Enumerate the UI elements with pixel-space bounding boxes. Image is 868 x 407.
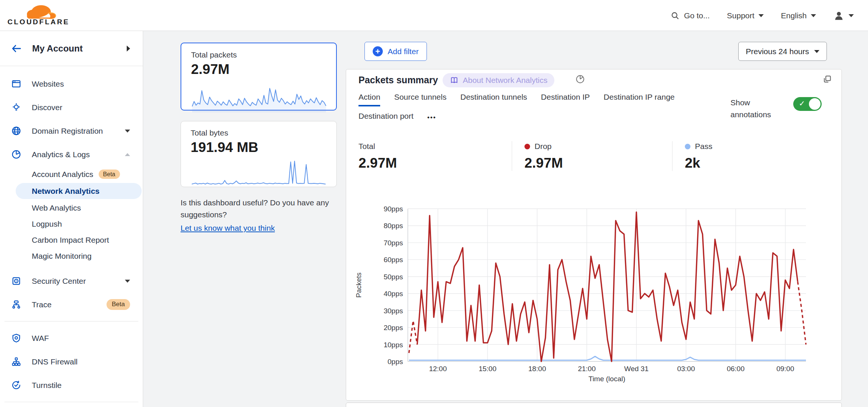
tab-source-tunnels[interactable]: Source tunnels <box>394 93 446 106</box>
sidebar-item-websites[interactable]: Websites <box>0 72 143 96</box>
card-value: 2.97M <box>191 62 326 77</box>
stat-pass: Pass 2k <box>672 141 834 171</box>
add-filter-button[interactable]: + Add filter <box>364 42 427 61</box>
sidebar-item-analytics-logs[interactable]: Analytics & Logs <box>0 143 143 166</box>
support-label: Support <box>727 11 755 20</box>
beta-badge: Beta <box>107 299 130 310</box>
sidebar-item-turnstile[interactable]: Turnstile <box>0 373 143 397</box>
sidebar-item-waf[interactable]: WAF <box>0 326 143 350</box>
sidebar-item-label: Network Analytics <box>32 187 99 196</box>
pie-chart-icon[interactable] <box>575 74 585 84</box>
about-network-analytics-badge[interactable]: About Network Analytics <box>443 73 554 87</box>
sidebar-subitem-account-analytics[interactable]: Account Analytics Beta <box>0 166 143 182</box>
svg-text:21:00: 21:00 <box>578 365 596 373</box>
sidebar-item-domain-registration[interactable]: Domain Registration <box>0 119 143 143</box>
sidebar-subitem-logpush[interactable]: Logpush <box>0 216 143 232</box>
language-menu[interactable]: English <box>781 11 816 20</box>
stat-total: Total 2.97M <box>358 141 512 171</box>
search-icon <box>670 11 680 21</box>
tab-destination-ip-range[interactable]: Destination IP range <box>604 93 675 106</box>
cloudflare-cloud-icon <box>7 2 70 19</box>
go-to-label: Go to... <box>684 11 710 20</box>
drop-legend-dot <box>524 144 530 149</box>
plus-icon: + <box>373 46 383 56</box>
sidebar-subitem-magic-monitoring[interactable]: Magic Monitoring <box>0 248 143 264</box>
sidebar-item-label: Logpush <box>32 220 62 229</box>
tab-destination-port[interactable]: Destination port <box>358 112 413 125</box>
top-navbar: CLOUDFLARE Go to... Support English <box>0 0 868 31</box>
sidebar-account-header[interactable]: My Account <box>0 31 143 66</box>
tab-destination-ip[interactable]: Destination IP <box>541 93 590 106</box>
feedback-link[interactable]: Let us know what you think <box>181 222 275 234</box>
next-panel-top-edge <box>346 403 842 407</box>
trace-icon <box>11 299 21 310</box>
svg-text:90pps: 90pps <box>384 205 403 213</box>
stat-value: 2k <box>685 155 834 171</box>
back-arrow-icon[interactable] <box>10 43 22 54</box>
stat-drop: Drop 2.97M <box>512 141 672 171</box>
card-label: Total packets <box>191 50 326 59</box>
stat-label: Pass <box>695 142 712 151</box>
sidebar-item-security-center[interactable]: Security Center <box>0 269 143 293</box>
svg-text:10pps: 10pps <box>384 341 403 349</box>
sidebar-item-label: Security Center <box>32 277 125 286</box>
sidebar-item-label: Web Analytics <box>32 204 81 212</box>
feedback-block: Is this dashboard useful? Do you have an… <box>181 197 341 234</box>
user-menu[interactable] <box>833 10 854 21</box>
security-center-icon <box>11 276 21 286</box>
panel-title: Packets summary <box>358 75 438 86</box>
total-bytes-card[interactable]: Total bytes 191.94 MB <box>181 121 337 187</box>
navbar-menu: Go to... Support English <box>670 0 854 31</box>
svg-text:15:00: 15:00 <box>478 365 496 373</box>
expand-view-icon[interactable] <box>822 74 832 84</box>
beta-badge: Beta <box>99 170 120 179</box>
chevron-up-icon <box>125 153 130 156</box>
sidebar-item-label: DNS Firewall <box>32 357 130 366</box>
lightbulb-icon <box>11 102 21 112</box>
total-bytes-sparkline <box>191 158 327 188</box>
chevron-down-icon <box>125 130 130 133</box>
card-label: Total bytes <box>191 128 327 137</box>
sidebar-item-discover[interactable]: Discover <box>0 96 143 119</box>
sidebar-item-dns-firewall[interactable]: DNS Firewall <box>0 350 143 373</box>
support-menu[interactable]: Support <box>727 11 764 20</box>
toggle-knob <box>809 98 821 110</box>
packets-time-series-chart: 0pps10pps20pps30pps40pps50pps60pps70pps8… <box>346 198 842 391</box>
go-to-search[interactable]: Go to... <box>670 11 710 21</box>
svg-text:Time (local): Time (local) <box>588 375 625 383</box>
time-range-dropdown[interactable]: Previous 24 hours <box>738 42 827 61</box>
tab-destination-tunnels[interactable]: Destination tunnels <box>460 93 527 106</box>
chevron-down-icon <box>811 14 816 17</box>
svg-text:50pps: 50pps <box>384 273 403 281</box>
svg-text:Packets: Packets <box>355 273 363 298</box>
total-packets-card[interactable]: Total packets 2.97M <box>181 43 337 111</box>
chevron-down-icon <box>125 280 130 283</box>
chevron-down-icon <box>758 14 764 17</box>
sidebar-subitem-web-analytics[interactable]: Web Analytics <box>0 200 143 216</box>
sidebar-item-label: Discover <box>32 103 130 112</box>
svg-text:80pps: 80pps <box>384 222 403 230</box>
refresh-check-icon <box>11 380 21 390</box>
sidebar-item-label: Domain Registration <box>32 127 125 136</box>
sidebar-divider <box>4 321 138 321</box>
sidebar-item-trace[interactable]: Trace Beta <box>0 293 143 316</box>
sidebar-divider <box>4 402 138 402</box>
chevron-down-icon <box>849 14 854 17</box>
user-avatar-icon <box>833 10 844 21</box>
svg-text:Wed 31: Wed 31 <box>624 365 649 373</box>
account-title: My Account <box>32 43 127 54</box>
sidebar-subitem-carbon-impact-report[interactable]: Carbon Impact Report <box>0 232 143 248</box>
show-annotations-toggle[interactable]: ✓ <box>793 97 822 111</box>
stat-value: 2.97M <box>524 155 672 171</box>
sidebar-subitem-network-analytics[interactable]: Network Analytics <box>16 183 142 199</box>
tab-action[interactable]: Action <box>358 93 380 106</box>
feedback-question: Is this dashboard useful? Do you have an… <box>181 198 329 219</box>
sidebar-item-label: Analytics & Logs <box>32 150 125 159</box>
tabs-more-button[interactable]: ••• <box>427 114 436 124</box>
chevron-right-icon[interactable] <box>127 46 130 52</box>
sidebar-item-label: Magic Monitoring <box>32 252 92 261</box>
globe-icon <box>11 126 21 136</box>
book-icon <box>450 76 459 85</box>
svg-text:18:00: 18:00 <box>528 365 546 373</box>
sidebar-item-label: WAF <box>32 334 130 343</box>
